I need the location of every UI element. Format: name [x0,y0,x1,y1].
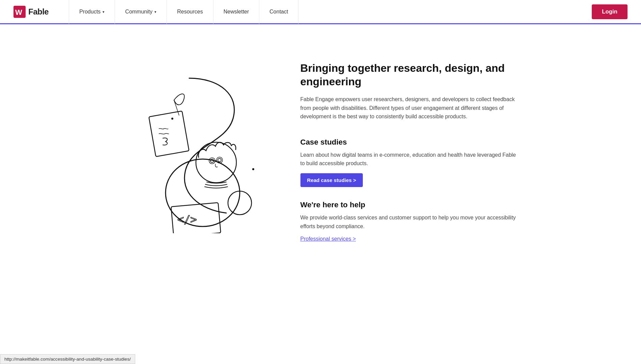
nav-item-community[interactable]: Community ▾ [115,0,167,24]
help-section: We're here to help We provide world-clas… [300,201,536,242]
text-content: Bringing together research, design, and … [300,51,536,255]
main-heading: Bringing together research, design, and … [300,61,536,88]
nav-newsletter-label: Newsletter [224,9,249,15]
help-heading: We're here to help [300,201,536,209]
hero-illustration: </> [112,51,267,233]
brand-name: Fable [28,7,49,17]
nav-resources-label: Resources [177,9,203,15]
main-description: Fable Engage empowers user researchers, … [300,95,516,121]
svg-line-11 [174,100,179,115]
chevron-down-icon: ▾ [154,10,156,14]
nav-community-label: Community [125,9,152,15]
nav-right: Login [592,4,628,19]
svg-point-15 [252,168,254,170]
professional-services-link[interactable]: Professional services > [300,236,356,242]
svg-point-5 [218,158,221,162]
chevron-down-icon: ▾ [103,10,105,14]
logo[interactable]: W Fable [13,6,49,18]
nav-item-products[interactable]: Products ▾ [69,0,115,24]
fable-logo-icon: W [13,6,26,18]
help-description: We provide world-class services and cust… [300,213,516,231]
status-url: http://makeitfable.com/accessibility-and… [4,357,131,362]
svg-point-2 [166,159,240,226]
read-case-studies-button[interactable]: Read case studies > [300,173,363,187]
navbar: W Fable Products ▾ Community ▾ Resources… [0,0,641,24]
nav-item-resources[interactable]: Resources [167,0,213,24]
svg-text:</>: </> [177,213,197,226]
nav-contact-label: Contact [269,9,288,15]
case-studies-heading: Case studies [300,138,536,147]
case-studies-section: Case studies Learn about how digital tea… [300,138,536,187]
main-content: </> Bringing together research, design, … [85,51,557,255]
svg-line-8 [215,160,216,161]
illustration-area: </> [105,51,273,233]
svg-text:W: W [15,8,22,17]
case-studies-description: Learn about how digital teams in e-comme… [300,151,516,168]
svg-point-3 [196,142,236,183]
login-button[interactable]: Login [592,4,628,19]
svg-point-14 [171,118,173,120]
nav-links: Products ▾ Community ▾ Resources Newslet… [69,0,592,24]
nav-item-newsletter[interactable]: Newsletter [213,0,260,24]
status-bar: http://makeitfable.com/accessibility-and… [0,354,135,364]
nav-products-label: Products [79,9,100,15]
nav-item-contact[interactable]: Contact [259,0,298,24]
